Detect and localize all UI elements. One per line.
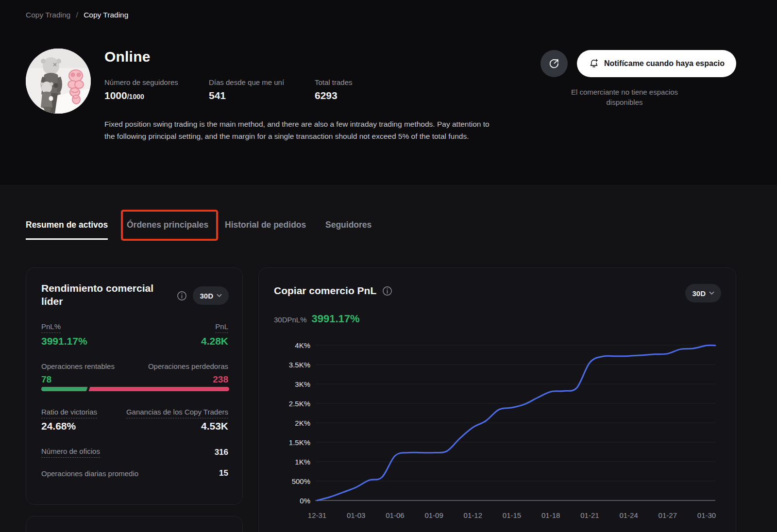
svg-text:1K%: 1K% [295,458,310,466]
stat-days-joined-label: Días desde que me uní [209,78,315,86]
svg-text:3.5K%: 3.5K% [289,361,310,369]
svg-text:01-30: 01-30 [697,511,716,519]
svg-text:3K%: 3K% [295,380,310,388]
pnl-pct-value: 3991.17% [41,335,87,347]
breadcrumb: Copy Trading / Copy Trading [26,11,128,19]
performance-card-title: Rendimiento comercial líder [41,282,163,308]
svg-text:01-06: 01-06 [386,511,404,519]
svg-text:1.5K%: 1.5K% [289,438,310,447]
svg-text:01-27: 01-27 [659,511,677,519]
svg-text:01-15: 01-15 [503,511,521,519]
winrate-bar [41,387,229,391]
chevron-down-icon [217,294,222,298]
pnl-value: 4.28K [201,335,228,347]
pnl-metric-label: 30DPnL% [274,316,307,324]
avatar [26,49,91,114]
no-slots-note: El comerciante no tiene espacios disponi… [566,87,683,107]
pnl-line-chart: 0%500%1K%1.5K%2K%2.5K%3K%3.5K%4K%12-3101… [263,335,729,530]
svg-text:01-12: 01-12 [464,511,482,519]
tab-seguidores[interactable]: Seguidores [325,220,372,238]
notify-me-label: Notifícame cuando haya espacio [604,59,725,68]
copy-trader-profits-label[interactable]: Ganancias de los Copy Traders [126,408,228,418]
tab-resumen-de-activos[interactable]: Resumen de activos [26,220,108,240]
pnl-pct-label[interactable]: PnL% [41,322,61,333]
profitable-trades-value: 78 [41,374,51,385]
stat-total-trades-label: Total trades [315,78,353,86]
breadcrumb-current: Copy Trading [84,11,128,19]
svg-text:500%: 500% [292,477,310,485]
svg-text:01-24: 01-24 [619,511,638,519]
svg-text:0%: 0% [300,497,310,505]
info-icon[interactable] [382,286,392,296]
pnl-card-title: Copiar comercio PnL [274,285,376,297]
svg-text:01-03: 01-03 [347,511,365,519]
trader-profile-header: Copy Trading / Copy Trading [0,0,777,185]
pnl-range-dropdown[interactable]: 30D [685,284,721,302]
share-icon [548,58,560,69]
stat-days-joined-value: 541 [209,90,315,101]
stat-followers-max: /1000 [127,93,144,100]
leader-performance-card: Rendimiento comercial líder 30D PnL% PnL… [26,267,243,505]
trades-count-label[interactable]: Número de oficios [41,447,100,458]
avg-daily-trades-label: Operaciones diarias promedio [41,469,138,478]
stat-total-trades-value: 6293 [315,90,353,101]
tab-ordenes-principales[interactable]: Órdenes principales [127,220,208,238]
svg-text:01-18: 01-18 [541,511,560,519]
win-ratio-value: 24.68% [41,420,76,432]
pnl-range-value: 30D [692,289,706,298]
trader-stats: Número de seguidores 1000/1000 Días desd… [104,78,353,101]
breadcrumb-separator: / [76,11,78,19]
win-ratio-label[interactable]: Ratio de victorias [41,408,97,418]
avg-daily-trades-value: 15 [219,468,228,478]
tab-historial-de-pedidos[interactable]: Historial de pedidos [225,220,306,238]
performance-range-dropdown[interactable]: 30D [193,286,229,305]
trader-description: Fixed position swing trading is the main… [104,118,501,142]
stat-followers-value: 1000/1000 [104,90,209,101]
breadcrumb-parent-link[interactable]: Copy Trading [26,11,70,19]
winrate-bar-green [41,387,88,391]
svg-text:01-21: 01-21 [580,511,599,519]
info-icon[interactable] [177,291,187,301]
stat-followers: Número de seguidores 1000/1000 [104,78,209,101]
losing-trades-value: 238 [213,374,228,385]
bell-plus-icon [589,58,599,69]
pnl-metric-value: 3991.17% [312,313,360,325]
share-button[interactable] [541,50,568,77]
profitable-trades-label: Operaciones rentables [41,362,115,370]
stat-total-trades: Total trades 6293 [315,78,353,101]
svg-text:12-31: 12-31 [308,511,326,519]
stat-followers-label: Número de seguidores [104,78,209,86]
stat-days-joined: Días desde que me uní 541 [209,78,315,101]
trader-status-title: Online [104,49,151,65]
next-card-stub [26,516,243,532]
svg-text:01-09: 01-09 [424,511,443,519]
chevron-down-icon [709,291,714,295]
pnl-chart-svg: 0%500%1K%1.5K%2K%2.5K%3K%3.5K%4K%12-3101… [263,335,729,530]
avatar-illustration [26,49,91,114]
copy-trading-pnl-card: Copiar comercio PnL 30D 30DPnL% 3991.17%… [258,267,736,532]
performance-range-value: 30D [200,292,213,300]
trades-count-value: 316 [215,448,228,457]
svg-text:2.5K%: 2.5K% [289,399,310,408]
pnl-label[interactable]: PnL [215,322,228,333]
svg-text:4K%: 4K% [295,341,310,349]
losing-trades-label: Operaciones perdedoras [148,362,228,370]
notify-me-button[interactable]: Notifícame cuando haya espacio [577,50,736,77]
copy-trader-profits-value: 4.53K [201,420,228,432]
svg-text:2K%: 2K% [295,419,310,427]
copy-trading-page: Copy Trading / Copy Trading [0,0,777,532]
